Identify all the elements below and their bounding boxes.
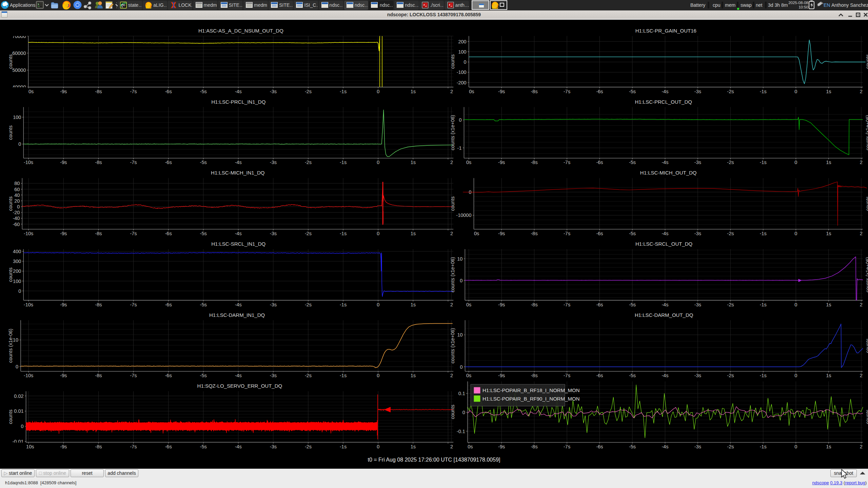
- svg-text:1s: 1s: [411, 373, 416, 378]
- svg-text:-10s: -10s: [24, 373, 33, 378]
- svg-text:10: 10: [457, 332, 462, 338]
- svg-text:H1:LSC-PRCL_OUT_DQ: H1:LSC-PRCL_OUT_DQ: [635, 99, 692, 105]
- svg-text:100: 100: [13, 279, 21, 284]
- svg-text:-4s: -4s: [662, 302, 668, 307]
- svg-text:counts (x1e+06): counts (x1e+06): [450, 257, 455, 292]
- svg-text:-3s: -3s: [694, 89, 701, 94]
- svg-text:-2s: -2s: [305, 302, 312, 307]
- svg-text:-2s: -2s: [305, 89, 312, 94]
- svg-text:-4s: -4s: [662, 373, 668, 378]
- svg-text:0: 0: [794, 231, 797, 236]
- svg-text:-8s: -8s: [531, 231, 538, 236]
- svg-text:-8s: -8s: [95, 160, 102, 165]
- svg-text:-2s: -2s: [727, 444, 734, 449]
- svg-text:2: 2: [860, 444, 863, 449]
- svg-text:1s: 1s: [826, 444, 831, 449]
- svg-text:-40: -40: [13, 216, 20, 221]
- svg-text:10s: 10s: [26, 444, 34, 449]
- svg-text:0: 0: [21, 424, 24, 429]
- svg-text:-6s: -6s: [165, 302, 172, 307]
- svg-text:-9s: -9s: [60, 373, 67, 378]
- svg-text:-7s: -7s: [130, 444, 137, 449]
- svg-text:-5s: -5s: [200, 89, 207, 94]
- svg-text:H1:LSC-PR_GAIN_OUT16: H1:LSC-PR_GAIN_OUT16: [635, 28, 696, 34]
- svg-text:-2s: -2s: [305, 231, 312, 236]
- svg-text:-2s: -2s: [727, 302, 734, 307]
- svg-text:0.01: 0.01: [14, 408, 23, 414]
- svg-text:2: 2: [860, 160, 863, 165]
- svg-text:1s: 1s: [411, 302, 416, 307]
- svg-text:-1s: -1s: [760, 444, 767, 449]
- svg-text:-10s: -10s: [24, 302, 33, 307]
- svg-text:-1s: -1s: [340, 444, 347, 449]
- svg-text:-1s: -1s: [340, 231, 347, 236]
- svg-text:counts (x1e+06): counts (x1e+06): [450, 115, 455, 150]
- svg-text:-5s: -5s: [629, 160, 636, 165]
- svg-text:-0.1: -0.1: [457, 429, 465, 434]
- svg-text:-1s: -1s: [760, 89, 767, 94]
- svg-text:counts: counts: [8, 197, 13, 211]
- svg-text:2: 2: [450, 444, 453, 449]
- svg-text:2: 2: [860, 231, 863, 236]
- svg-text:-60: -60: [13, 222, 20, 227]
- svg-text:-6s: -6s: [165, 231, 172, 236]
- svg-text:1s: 1s: [826, 89, 831, 94]
- svg-text:-4s: -4s: [235, 302, 242, 307]
- svg-text:-7s: -7s: [130, 89, 137, 94]
- svg-text:50000: 50000: [12, 67, 26, 73]
- svg-text:-4s: -4s: [662, 231, 668, 236]
- svg-text:-5s: -5s: [200, 160, 207, 165]
- svg-text:0: 0: [377, 160, 379, 165]
- svg-text:0: 0: [16, 364, 18, 369]
- svg-text:-10s: -10s: [24, 231, 33, 236]
- svg-text:0: 0: [794, 89, 797, 94]
- svg-text:-5s: -5s: [200, 373, 207, 378]
- svg-text:100: 100: [13, 115, 21, 120]
- svg-text:-9s: -9s: [60, 302, 67, 307]
- svg-text:-7s: -7s: [564, 444, 570, 449]
- svg-text:-9s: -9s: [60, 89, 67, 94]
- svg-text:-4s: -4s: [662, 89, 668, 94]
- svg-text:-4s: -4s: [235, 444, 242, 449]
- svg-text:200: 200: [13, 268, 21, 274]
- svg-text:-7s: -7s: [564, 231, 570, 236]
- svg-text:-8s: -8s: [95, 444, 102, 449]
- svg-text:-8s: -8s: [531, 89, 538, 94]
- svg-text:0s: 0s: [466, 373, 471, 378]
- svg-text:H1:LSC-SRCL_IN1_DQ: H1:LSC-SRCL_IN1_DQ: [211, 241, 265, 247]
- svg-text:-1s: -1s: [760, 373, 767, 378]
- svg-text:-7s: -7s: [130, 302, 137, 307]
- svg-text:400: 400: [13, 249, 21, 254]
- svg-text:10: 10: [457, 256, 462, 262]
- svg-text:0: 0: [377, 231, 379, 236]
- svg-text:-9s: -9s: [498, 302, 505, 307]
- svg-text:H1:LSC-POPAIR_B_RF18_I_NORM_MO: H1:LSC-POPAIR_B_RF18_I_NORM_MON: [482, 387, 579, 393]
- svg-text:0: 0: [794, 160, 797, 165]
- svg-text:H1:LSC-DARM_OUT_DQ: H1:LSC-DARM_OUT_DQ: [635, 312, 693, 318]
- svg-text:counts: counts: [865, 410, 868, 424]
- svg-text:-200: -200: [457, 80, 467, 85]
- svg-text:H1:LSC-SRCL_OUT_DQ: H1:LSC-SRCL_OUT_DQ: [635, 241, 692, 247]
- svg-text:-5s: -5s: [629, 373, 636, 378]
- svg-text:-2s: -2s: [727, 373, 734, 378]
- svg-text:1s: 1s: [411, 231, 416, 236]
- svg-text:-9s: -9s: [60, 444, 67, 449]
- svg-text:-7s: -7s: [564, 373, 570, 378]
- svg-text:0s: 0s: [474, 231, 479, 236]
- svg-text:-7s: -7s: [130, 231, 137, 236]
- svg-text:-6s: -6s: [165, 160, 172, 165]
- svg-text:-7s: -7s: [130, 373, 137, 378]
- svg-text:1s: 1s: [826, 373, 831, 378]
- svg-text:-3s: -3s: [694, 373, 701, 378]
- svg-text:-7s: -7s: [130, 160, 137, 165]
- svg-text:-10000: -10000: [456, 212, 471, 218]
- svg-text:1s: 1s: [411, 89, 416, 94]
- svg-text:2: 2: [450, 231, 453, 236]
- svg-text:1s: 1s: [411, 160, 416, 165]
- svg-text:-8s: -8s: [95, 231, 102, 236]
- svg-text:-8s: -8s: [95, 302, 102, 307]
- svg-text:H1:LSC-PRCL_IN1_DQ: H1:LSC-PRCL_IN1_DQ: [211, 99, 265, 105]
- svg-text:-4s: -4s: [235, 231, 242, 236]
- svg-text:-8s: -8s: [531, 302, 538, 307]
- svg-text:1s: 1s: [826, 160, 831, 165]
